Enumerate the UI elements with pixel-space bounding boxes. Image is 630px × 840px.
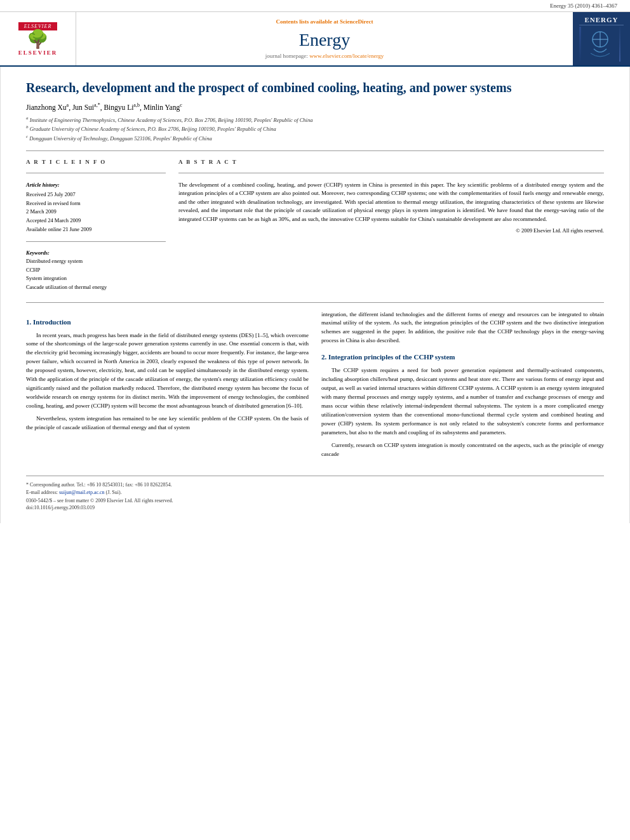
- info-divider: [26, 173, 166, 173]
- available-date: Available online 21 June 2009: [26, 225, 166, 234]
- main-content: Research, development and the prospect o…: [0, 67, 630, 523]
- corresponding-note: * Corresponding author. Tel.: +86 10 825…: [26, 481, 604, 489]
- author-3: Bingyu Lia,b: [104, 103, 140, 111]
- keywords-divider: [26, 241, 166, 242]
- elsevier-logo-container: ELSEVIER 🌳 ELSEVIER: [0, 12, 76, 65]
- article-history: Article history: Received 25 July 2007 R…: [26, 181, 166, 234]
- affiliation-c: c Dongguan University of Technology, Don…: [26, 133, 604, 143]
- issn-line: 0360-5442/$ – see front matter © 2009 El…: [26, 498, 604, 503]
- elsevier-tree-icon: 🌳: [18, 30, 58, 48]
- section2-para1: The CCHP system requires a need for both…: [321, 366, 604, 437]
- keyword-2: CCHP: [26, 266, 166, 275]
- journal-title: Energy: [299, 30, 350, 50]
- article-info-abstract: A R T I C L E I N F O Article history: R…: [26, 159, 604, 292]
- elsevier-name: ELSEVIER: [18, 50, 58, 56]
- author-1: Jianzhong Xua: [26, 103, 69, 111]
- sciencedirect-link-text[interactable]: ScienceDirect: [340, 18, 373, 25]
- author-2: Jun Suia,*: [72, 103, 100, 111]
- affiliation-a: a Institute of Engineering Thermophysics…: [26, 115, 604, 124]
- keywords-label: Keywords:: [26, 250, 166, 256]
- article-info-column: A R T I C L E I N F O Article history: R…: [26, 159, 166, 292]
- badge-title: ENERGY: [579, 16, 624, 25]
- energy-badge: ENERGY: [579, 16, 624, 62]
- doi-line: doi:10.1016/j.energy.2009.03.019: [26, 505, 604, 510]
- keyword-1: Distributed energy system: [26, 257, 166, 266]
- paper-title: Research, development and the prospect o…: [26, 79, 604, 96]
- header-divider: [26, 150, 604, 151]
- received-revised-label: Received in revised form: [26, 199, 166, 208]
- section1-para2: Nevertheless, system integration has rem…: [26, 415, 309, 432]
- journal-header: ELSEVIER 🌳 ELSEVIER Contents lists avail…: [0, 12, 630, 67]
- journal-title-area: Contents lists available at ScienceDirec…: [76, 12, 573, 65]
- email-line: E-mail address: suijun@mail.etp.ac.cn (J…: [26, 489, 604, 497]
- section2-title: 2. Integration principles of the CCHP sy…: [321, 352, 604, 363]
- energy-badge-container: ENERGY: [573, 12, 630, 65]
- keyword-4: Cascade utilization of thermal energy: [26, 283, 166, 292]
- received-date: Received 25 July 2007: [26, 190, 166, 199]
- abstract-divider: [178, 173, 604, 173]
- abstract-text: The development of a combined cooling, h…: [178, 181, 604, 224]
- accepted-date: Accepted 24 March 2009: [26, 217, 166, 225]
- authors-line: Jianzhong Xua, Jun Suia,*, Bingyu Lia,b,…: [26, 102, 604, 111]
- abstract-heading: A B S T R A C T: [178, 159, 604, 165]
- footer-area: * Corresponding author. Tel.: +86 10 825…: [26, 476, 604, 510]
- citation-bar: Energy 35 (2010) 4361–4367: [0, 0, 630, 12]
- body-divider: [26, 302, 604, 303]
- body-right-col: integration, the different island techno…: [321, 310, 604, 463]
- author-4: Minlin Yangc: [144, 103, 182, 111]
- citation-text: Energy 35 (2010) 4361–4367: [550, 3, 617, 9]
- body-left-col: 1. Introduction In recent years, much pr…: [26, 310, 309, 463]
- badge-image: [579, 27, 620, 62]
- homepage-link[interactable]: www.elsevier.com/locate/energy: [309, 53, 384, 59]
- section1-para1: In recent years, much progress has been …: [26, 331, 309, 411]
- journal-homepage: journal homepage: www.elsevier.com/locat…: [265, 53, 384, 59]
- abstract-column: A B S T R A C T The development of a com…: [178, 159, 604, 292]
- section2-para2: Currently, research on CCHP system integ…: [321, 441, 604, 459]
- elsevier-logo: ELSEVIER 🌳 ELSEVIER: [18, 22, 58, 56]
- affiliation-b: b Graduate University of Chinese Academy…: [26, 124, 604, 133]
- section1-right-para: integration, the different island techno…: [321, 310, 604, 346]
- copyright: © 2009 Elsevier Ltd. All rights reserved…: [178, 227, 604, 234]
- keywords-block: Keywords: Distributed energy system CCHP…: [26, 250, 166, 291]
- received-revised-date: 2 March 2009: [26, 208, 166, 217]
- article-info-heading: A R T I C L E I N F O: [26, 159, 166, 165]
- author-email[interactable]: suijun@mail.etp.ac.cn: [59, 490, 105, 495]
- keyword-3: System integration: [26, 274, 166, 283]
- history-label: Article history:: [26, 181, 166, 190]
- body-content: 1. Introduction In recent years, much pr…: [26, 310, 604, 463]
- contents-line: Contents lists available at ScienceDirec…: [276, 18, 373, 25]
- section1-title: 1. Introduction: [26, 317, 309, 328]
- affiliations: a Institute of Engineering Thermophysics…: [26, 115, 604, 143]
